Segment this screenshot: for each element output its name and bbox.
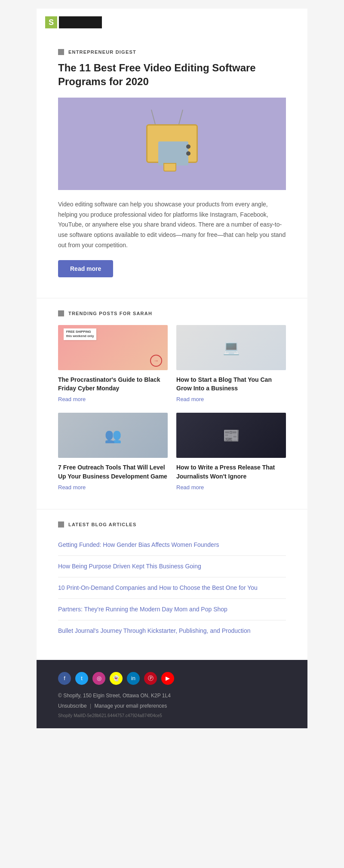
trending-item-2-read-more[interactable]: Read more (176, 396, 286, 402)
section-label-entrepreneur: ENTREPRENEUR DIGEST (58, 49, 286, 55)
main-article-title: The 11 Best Free Video Editing Software … (58, 61, 286, 89)
latest-item-2: How Being Purpose Driven Kept This Busin… (58, 556, 286, 577)
entrepreneur-digest-label: ENTREPRENEUR DIGEST (68, 49, 136, 55)
trending-item-3: 👥 7 Free Outreach Tools That Will Level … (58, 413, 168, 491)
tv-screen (158, 141, 188, 166)
linkedin-icon[interactable]: in (127, 672, 140, 685)
trending-item-4-title: How to Write a Press Release That Journa… (176, 463, 286, 481)
latest-articles-section: LATEST BLOG ARTICLES Getting Funded: How… (37, 509, 307, 656)
email-footer: f t ◎ 👻 in Ⓟ ▶ © Shopify, 150 Elgin Stre… (37, 660, 307, 728)
unsubscribe-link[interactable]: Unsubscribe (58, 703, 87, 709)
trending-item-1: FREE SHIPPINGthis weekend only → The Pro… (58, 325, 168, 403)
tv-legs (163, 163, 176, 172)
trending-label: TRENDING POSTS FOR SARAH (68, 311, 152, 316)
pinterest-icon[interactable]: Ⓟ (144, 672, 157, 685)
logo-box: S (45, 16, 57, 28)
free-shipping-label: FREE SHIPPINGthis weekend only (64, 328, 97, 340)
newspaper-icon: 📰 (223, 427, 240, 444)
tv-antenna-right (178, 110, 183, 124)
tv-knob-1 (186, 144, 190, 149)
latest-link-4[interactable]: Partners: They're Running the Modern Day… (58, 606, 227, 613)
email-container: S ENTREPRENEUR DIGEST The 11 Best Free V… (37, 9, 307, 728)
facebook-icon[interactable]: f (58, 672, 71, 685)
latest-label-bar-icon (58, 521, 64, 528)
arrow-icon: → (150, 355, 162, 367)
trending-thumb-4: 📰 (176, 413, 286, 458)
twitter-icon[interactable]: t (75, 672, 88, 685)
blog-image: 💻 (176, 325, 286, 370)
main-read-more-button[interactable]: Read more (58, 260, 113, 277)
arrow-symbol: → (154, 358, 159, 364)
trending-item-3-read-more[interactable]: Read more (58, 484, 168, 491)
tv-knobs (186, 144, 193, 158)
latest-item-5: Bullet Journal's Journey Through Kicksta… (58, 620, 286, 641)
label-bar-icon (58, 49, 64, 55)
latest-item-1: Getting Funded: How Gender Bias Affects … (58, 534, 286, 556)
latest-item-4: Partners: They're Running the Modern Day… (58, 599, 286, 620)
trending-item-2-title: How to Start a Blog That You Can Grow In… (176, 375, 286, 393)
tv-antenna-left (151, 110, 156, 124)
footer-links: Unsubscribe | Manage your email preferen… (58, 703, 286, 709)
latest-link-1[interactable]: Getting Funded: How Gender Bias Affects … (58, 541, 219, 548)
footer-mail-id: Shopify MailID-5e28b621.6444757.c47924a8… (58, 713, 286, 718)
trending-item-4-read-more[interactable]: Read more (176, 484, 286, 491)
trending-item-4: 📰 How to Write a Press Release That Jour… (176, 413, 286, 491)
trending-item-2: 💻 How to Start a Blog That You Can Grow … (176, 325, 286, 403)
trending-section: TRENDING POSTS FOR SARAH FREE SHIPPINGth… (37, 298, 307, 506)
tv-illustration (142, 116, 202, 172)
main-article-section: ENTREPRENEUR DIGEST The 11 Best Free Vid… (37, 36, 307, 294)
trending-thumb-2: 💻 (176, 325, 286, 370)
trending-item-1-title: The Procrastinator's Guide to Black Frid… (58, 375, 168, 393)
tv-body (146, 124, 198, 163)
latest-articles-list: Getting Funded: How Gender Bias Affects … (58, 534, 286, 641)
bf-content: FREE SHIPPINGthis weekend only → (64, 328, 163, 367)
logo-wrapper: S (45, 16, 299, 28)
instagram-icon[interactable]: ◎ (92, 672, 105, 685)
email-header: S (37, 9, 307, 36)
laptop-icon: 💻 (223, 339, 240, 356)
youtube-icon[interactable]: ▶ (161, 672, 174, 685)
social-icons-row: f t ◎ 👻 in Ⓟ ▶ (58, 672, 286, 685)
tv-knob-2 (186, 151, 190, 156)
outreach-image: 👥 (58, 413, 168, 458)
trending-item-1-read-more[interactable]: Read more (58, 396, 168, 402)
footer-address: © Shopify, 150 Elgin Street, Ottawa ON, … (58, 693, 286, 699)
latest-link-5[interactable]: Bullet Journal's Journey Through Kicksta… (58, 627, 251, 634)
logo-s-letter: S (49, 18, 54, 26)
latest-item-3: 10 Print-On-Demand Companies and How to … (58, 577, 286, 599)
section-label-trending: TRENDING POSTS FOR SARAH (58, 310, 286, 316)
snapchat-icon[interactable]: 👻 (110, 672, 123, 685)
section-label-latest: LATEST BLOG ARTICLES (58, 521, 286, 528)
main-article-image (58, 98, 286, 190)
trending-label-bar-icon (58, 310, 64, 316)
trending-item-3-title: 7 Free Outreach Tools That Will Level Up… (58, 463, 168, 481)
latest-link-2[interactable]: How Being Purpose Driven Kept This Busin… (58, 563, 201, 570)
press-image: 📰 (176, 413, 286, 458)
pipe-divider: | (90, 703, 91, 709)
latest-articles-label: LATEST BLOG ARTICLES (68, 522, 136, 527)
bf-image: FREE SHIPPINGthis weekend only → (58, 325, 168, 370)
manage-preferences-link[interactable]: Manage your email preferences (95, 703, 167, 709)
logo-text-background (59, 16, 102, 28)
trending-thumb-1: FREE SHIPPINGthis weekend only → (58, 325, 168, 370)
trending-thumb-3: 👥 (58, 413, 168, 458)
email-wrapper: S ENTREPRENEUR DIGEST The 11 Best Free V… (0, 0, 344, 737)
people-icon: 👥 (104, 427, 122, 444)
latest-link-3[interactable]: 10 Print-On-Demand Companies and How to … (58, 584, 258, 591)
trending-grid: FREE SHIPPINGthis weekend only → The Pro… (58, 325, 286, 491)
main-article-excerpt: Video editing software can help you show… (58, 199, 286, 251)
